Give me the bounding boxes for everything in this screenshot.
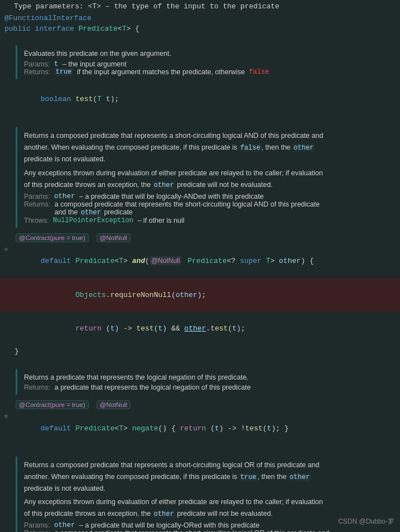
and-throws-row: Throws: NullPointerException – if other … [24,217,393,224]
and-summary3: predicate is not evaluated. [24,154,393,165]
gutter-and1 [0,279,12,279]
negate-returns-label: Returns: [24,384,52,391]
other-ref1: other [184,324,206,333]
other-param-and: other [279,257,301,265]
close-and: ) { [301,257,314,265]
or-summary1: Returns a composed predicate that repres… [24,460,393,471]
type-bracket-close: > { [126,25,139,33]
other-inline3: other [80,209,102,217]
and-param-desc: – a predicate that will be logically-AND… [78,193,264,200]
spacer3 [0,358,400,366]
predicate-param-type: Predicate [187,257,226,265]
gutter [0,83,12,84]
test-call1: test [136,324,153,333]
annotation-text: @FunctionalInterface [4,14,91,22]
paren2: ); [197,291,206,299]
T-negate: T [119,424,123,433]
lt-and2: <? [226,257,239,265]
arrow-negate: ) -> ! [219,424,245,433]
pt4: ); [237,324,245,333]
t-arg2: t [232,324,237,333]
spacer2 [0,116,400,124]
other-inline-or2: other [153,510,175,518]
npe-exception: NullPointerException [53,217,133,224]
and-body-line1: Objects.requireNonNull(other); [0,278,400,312]
return-kw-negate: return [180,424,211,433]
or-summary3: predicate is not evaluated. [24,483,393,494]
spacer4 [0,445,400,453]
gt-and2: > [271,257,279,265]
interface-kw: interface [35,25,79,33]
spacer [0,34,400,42]
throws-label: Throws: [24,217,51,224]
param-t: t [54,60,59,68]
boolean-kw: boolean [41,95,71,103]
dot1: . [106,291,110,299]
negate-returns-desc: a predicate that represents the logical … [55,384,251,391]
and-signature-code: default Predicate<T> and(@NotNull Predic… [12,245,400,278]
T-and: T [119,257,123,265]
functional-interface-annotation: @FunctionalInterface [0,13,400,23]
indent1 [41,291,75,299]
paren-t: ( [106,324,110,333]
notnull-inline-and: @NotNull [150,256,182,265]
pt-negate: ( [263,424,267,433]
and-exc2: of this predicate throws an exception, t… [24,180,393,190]
true-code: true [55,68,73,76]
or-returns-label: Returns: [24,529,52,532]
public-kw: public [4,25,35,33]
test-call2: test [210,324,228,333]
page-container: Type parameters: <T> – the type of the i… [0,0,400,532]
test-method-code: boolean test(T t); [12,83,400,116]
watermark: CSDN @Dubbo-罗 [338,517,394,526]
returns-label: Returns: [24,68,52,76]
other-inline-or: other [288,473,311,481]
and-summary2: another. When evaluating the composed pr… [24,142,393,153]
negate-method-code: default Predicate<T> negate() { return (… [12,412,400,445]
other-inline2: other [153,181,175,189]
contract-badge-negate: @Contract(pure = true) [16,400,89,409]
and-gutter: ⊖ [0,245,12,253]
pt2: ) && [162,324,184,333]
interface-name: Predicate [79,25,118,33]
interface-declaration: public interface Predicate<T> { [0,23,400,34]
notnull-badge-and: @NotNull [97,233,131,242]
indent2 [41,324,75,333]
contract-badge-and: @Contract(pure = true) [16,233,89,242]
test-doc-block: Evaluates this predicate on the given ar… [16,45,400,79]
paren-and: ( [145,257,150,265]
fold-icon-negate[interactable]: ⊕ [4,413,8,420]
fold-icon-and[interactable]: ⊖ [4,246,8,253]
throws-desc: – if other is null [136,217,185,224]
and-returns-row: Returns: a composed predicate that repre… [24,200,393,208]
other-inline: other [292,144,315,152]
negate-returns-row: Returns: a predicate that represents the… [24,384,393,391]
param-desc: – the input argument [61,60,127,68]
and-requirenonnull: Objects.requireNonNull(other); [12,279,400,311]
other-param: other [54,193,75,200]
or-summary2: another. When evaluating the composed pr… [24,472,393,482]
gutter-negate: ⊕ [0,412,12,420]
or-exc1: Any exceptions thrown during evaluation … [24,497,393,507]
and-body-line2: return (t) -> test(t) && other.test(t); [0,312,400,346]
or-params-label: Params: [24,521,52,529]
close-negate: ); } [271,424,288,433]
test-params-row: Params: t – the input argument [24,60,393,68]
and-returns-desc2: and the other predicate [55,208,133,217]
notnull-badge-negate: @NotNull [97,400,131,409]
requirenonnull-method: requireNonNull [110,291,171,299]
or-returns-row: Returns: a composed predicate that repre… [24,529,393,532]
gt-negate: > [123,424,132,433]
default-kw-negate: default [41,424,75,433]
type-params-text: Type parameters: <T> – the type of the i… [14,2,279,11]
and-annotation-row: @Contract(pure = true) @NotNull [0,231,400,245]
false-code: false [249,68,269,76]
and-exc1: Any exceptions thrown during evaluation … [24,168,393,179]
negate-summary: Returns a predicate that represents the … [24,372,393,383]
other-param-or: other [54,521,75,529]
T-type: T [97,95,102,103]
and-params-row: Params: other – a predicate that will be… [24,193,393,200]
objects-class: Objects [75,291,106,299]
close-brace1: } [12,346,400,357]
paren1: ( [171,291,176,299]
